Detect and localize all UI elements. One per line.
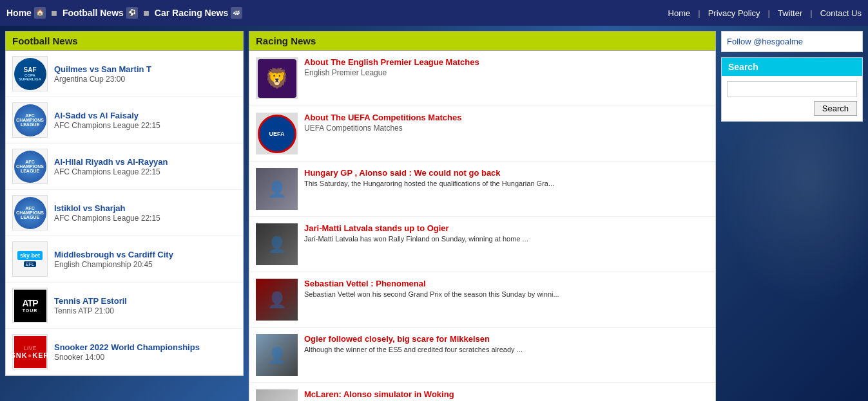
hungary-thumb: 👤	[256, 168, 298, 210]
top-nav-left: Home 🏠 ◼ Football News ⚽ ◼ Car Racing Ne…	[6, 7, 242, 19]
nav-home[interactable]: Home 🏠	[6, 7, 46, 19]
match-info: Istiklol vs Sharjah AFC Champions League…	[54, 203, 160, 223]
article-title[interactable]: Ogier followed closely, big scare for Mi…	[304, 334, 523, 344]
match-item: AFCCHAMPIONSLEAGUE Al-Hilal Riyadh vs Al…	[6, 144, 243, 190]
nav-sep-2: ◼	[143, 8, 149, 17]
twitter-follow: Follow @hesgoalme	[721, 31, 863, 52]
afc-logo-2: AFCCHAMPIONSLEAGUE	[12, 149, 48, 184]
nav-racing[interactable]: Car Racing News 🏎	[155, 7, 242, 19]
match-title[interactable]: Al-Sadd vs Al Faisaly	[54, 111, 139, 120]
racing-item: 👤 McLaren: Alonso simulator in Woking Al…	[249, 383, 715, 401]
page-wrapper: Football News SAF COPASUPERLIGA Quilmes …	[0, 26, 868, 401]
match-item: LIVE SNK●KER Snooker 2022 World Champion…	[6, 329, 243, 375]
search-button[interactable]: Search	[814, 101, 857, 116]
racing-header: Racing News	[249, 31, 716, 51]
racing-item: 🦁 About The English Premier League Match…	[249, 51, 715, 106]
racing-icon: 🏎	[231, 7, 242, 19]
racing-item: UEFA About The UEFA Competitions Matches…	[249, 106, 715, 162]
pl-thumb: 🦁	[256, 57, 298, 99]
article-title[interactable]: McLaren: Alonso simulator in Woking	[304, 389, 454, 399]
vettel-thumb: 👤	[256, 279, 298, 321]
racing-item: 👤 Hungary GP , Alonso said : We could no…	[249, 162, 715, 217]
home-icon: 🏠	[34, 7, 46, 19]
uefa-thumb: UEFA	[256, 113, 298, 154]
article-excerpt: Jari-Matti Latvala has won Rally Finland…	[304, 234, 528, 244]
football-list: SAF COPASUPERLIGA Quilmes vs San Martin …	[5, 51, 244, 376]
match-title[interactable]: Istiklol vs Sharjah	[54, 203, 126, 213]
ogier-thumb: 👤	[256, 334, 298, 376]
skybet-logo: sky bet EFL	[12, 241, 48, 277]
article-title[interactable]: Jari-Matti Latvala stands up to Ogier	[304, 223, 528, 233]
top-nav-home[interactable]: Home	[668, 8, 691, 18]
article-title[interactable]: About The English Premier League Matches	[304, 57, 479, 67]
racing-content: Ogier followed closely, big scare for Mi…	[304, 334, 523, 355]
match-info: Middlesbrough vs Cardiff City English Ch…	[54, 250, 173, 269]
match-title[interactable]: Quilmes vs San Martin T	[54, 64, 151, 74]
match-title[interactable]: Middlesbrough vs Cardiff City	[54, 250, 173, 259]
top-nav: Home 🏠 ◼ Football News ⚽ ◼ Car Racing Ne…	[0, 0, 868, 26]
football-header: Football News	[5, 31, 244, 51]
match-info: Al-Hilal Riyadh vs Al-Rayyan AFC Champio…	[54, 157, 168, 176]
copa-logo: SAF COPASUPERLIGA	[12, 56, 48, 91]
article-excerpt: Although the winner of the ES5 and credi…	[304, 345, 523, 355]
atp-logo: ATP TOUR	[12, 288, 48, 323]
racing-col: Racing News 🦁 About The English Premier …	[249, 31, 716, 401]
racing-content: About The English Premier League Matches…	[304, 57, 479, 79]
top-nav-contact[interactable]: Contact Us	[820, 8, 862, 18]
match-title[interactable]: Al-Hilal Riyadh vs Al-Rayyan	[54, 157, 168, 167]
match-item: sky bet EFL Middlesbrough vs Cardiff Cit…	[6, 236, 243, 283]
racing-content: McLaren: Alonso simulator in Woking Alon…	[304, 389, 454, 401]
search-input[interactable]	[727, 81, 857, 97]
match-info: Snooker 2022 World Championships Snooker…	[54, 342, 200, 362]
afc-logo-3: AFCCHAMPIONSLEAGUE	[12, 195, 48, 230]
racing-content: Hungary GP , Alonso said : We could not …	[304, 168, 554, 189]
article-subtitle: English Premier League	[304, 68, 479, 77]
match-info: Tennis ATP Estoril Tennis ATP 21:00	[54, 296, 127, 315]
football-icon: ⚽	[126, 7, 138, 19]
match-league: Tennis ATP 21:00	[54, 306, 114, 315]
twitter-follow-link[interactable]: Follow @hesgoalme	[727, 37, 803, 46]
match-league: Argentina Cup 23:00	[54, 75, 125, 84]
nav-football[interactable]: Football News ⚽	[63, 7, 138, 19]
alonso-thumb: 👤	[256, 389, 298, 401]
article-excerpt: Sebastian Vettel won his second Grand Pr…	[304, 290, 559, 299]
match-title[interactable]: Tennis ATP Estoril	[54, 296, 127, 306]
search-body: Search	[722, 76, 862, 121]
racing-content: Sebastian Vettel : Phenomenal Sebastian …	[304, 279, 559, 299]
search-widget: Search Search	[721, 57, 863, 122]
match-info: Quilmes vs San Martin T Argentina Cup 23…	[54, 64, 151, 84]
right-col: Follow @hesgoalme Search Search	[721, 31, 863, 401]
article-subtitle: UEFA Competitions Matches	[304, 124, 461, 133]
racing-list: 🦁 About The English Premier League Match…	[249, 51, 716, 401]
racing-item: 👤 Jari-Matti Latvala stands up to Ogier …	[249, 217, 715, 272]
match-league: AFC Champions League 22:15	[54, 214, 160, 223]
racing-item: 👤 Sebastian Vettel : Phenomenal Sebastia…	[249, 272, 715, 328]
racing-content: About The UEFA Competitions Matches UEFA…	[304, 113, 461, 135]
match-title[interactable]: Snooker 2022 World Championships	[54, 342, 200, 352]
match-league: AFC Champions League 22:15	[54, 121, 160, 130]
match-item: AFCCHAMPIONSLEAGUE Istiklol vs Sharjah A…	[6, 190, 243, 236]
match-league: English Championship 20:45	[54, 260, 153, 269]
top-nav-right: Home | Privacy Policy | Twitter | Contac…	[668, 8, 862, 18]
match-item: SAF COPASUPERLIGA Quilmes vs San Martin …	[6, 51, 243, 97]
top-nav-twitter[interactable]: Twitter	[778, 8, 802, 18]
racing-content: Jari-Matti Latvala stands up to Ogier Ja…	[304, 223, 528, 244]
snooker-logo: LIVE SNK●KER	[12, 334, 48, 369]
article-title[interactable]: Hungary GP , Alonso said : We could not …	[304, 168, 554, 178]
racing-item: 👤 Ogier followed closely, big scare for …	[249, 328, 715, 383]
match-item: AFCCHAMPIONSLEAGUE Al-Sadd vs Al Faisaly…	[6, 97, 243, 144]
article-title[interactable]: Sebastian Vettel : Phenomenal	[304, 279, 559, 288]
match-info: Al-Sadd vs Al Faisaly AFC Champions Leag…	[54, 111, 160, 130]
nav-sep-1: ◼	[51, 8, 57, 17]
match-item: ATP TOUR Tennis ATP Estoril Tennis ATP 2…	[6, 283, 243, 329]
football-col: Football News SAF COPASUPERLIGA Quilmes …	[5, 31, 244, 401]
match-league: AFC Champions League 22:15	[54, 167, 160, 176]
top-nav-privacy[interactable]: Privacy Policy	[708, 8, 760, 18]
search-header: Search	[722, 58, 862, 76]
latvala-thumb: 👤	[256, 223, 298, 265]
article-excerpt: This Saturday, the Hungaroring hosted th…	[304, 179, 554, 189]
afc-logo-1: AFCCHAMPIONSLEAGUE	[12, 102, 48, 138]
article-title[interactable]: About The UEFA Competitions Matches	[304, 113, 461, 122]
match-league: Snooker 14:00	[54, 353, 104, 362]
